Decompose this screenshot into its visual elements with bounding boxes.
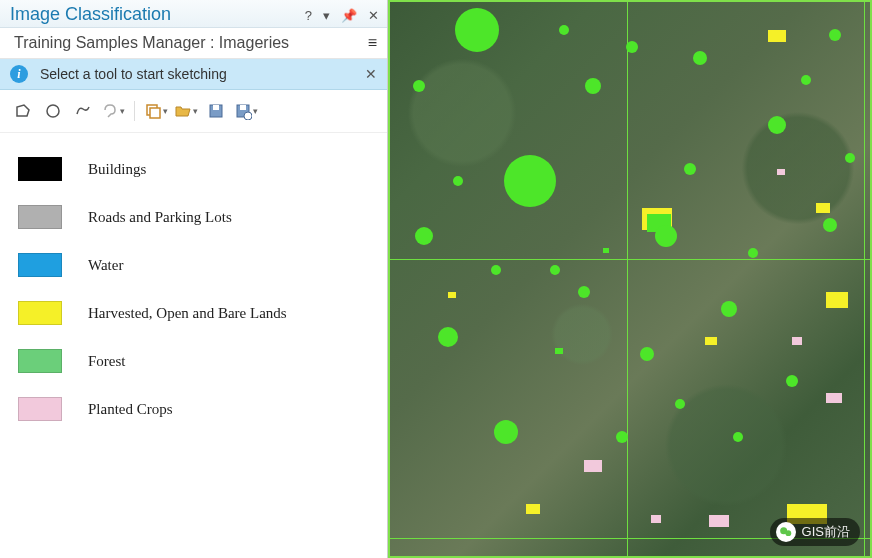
sketch-toolbar: ▾ ▾ ▾ ▾ [0,90,387,133]
sample-point [626,41,638,53]
sample-point [415,227,433,245]
svg-point-1 [47,105,59,117]
wechat-icon [776,522,796,542]
legend-row[interactable]: Roads and Parking Lots [18,193,369,241]
legend-label: Roads and Parking Lots [88,209,232,226]
sample-point [823,218,837,232]
legend-row[interactable]: Buildings [18,145,369,193]
freehand-tool-icon[interactable] [70,98,96,124]
legend-swatch [18,397,62,421]
sample-point [453,176,463,186]
sample-point [578,286,590,298]
legend-label: Buildings [88,161,146,178]
sample-point [693,51,707,65]
subheader-title: Training Samples Manager : Imageries [14,34,289,52]
sample-point [494,420,518,444]
sample-point [748,248,758,258]
circle-tool-icon[interactable] [40,98,66,124]
save-tool-icon[interactable] [203,98,229,124]
sample-point [438,327,458,347]
layers-tool-icon[interactable]: ▾ [143,98,169,124]
map-patch [816,203,830,213]
map-patch [826,393,842,403]
toolbar-separator [134,101,135,121]
legend-label: Water [88,257,123,274]
map-patch [705,337,717,345]
help-icon[interactable]: ? [305,8,312,23]
info-message: Select a tool to start sketching [40,66,227,82]
sample-point [801,75,811,85]
sample-point [675,399,685,409]
map-patch [555,348,563,354]
sample-point [559,25,569,35]
map-patch [651,515,661,523]
map-patch [448,292,456,298]
sample-point [504,155,556,207]
legend-row[interactable]: Planted Crops [18,385,369,433]
svg-point-10 [785,530,791,536]
panel-title-bar: Image Classification ? ▾ 📌 ✕ [0,0,387,28]
sample-point [733,432,743,442]
legend-swatch [18,253,62,277]
grid-line [864,2,865,556]
legend-label: Harvested, Open and Bare Lands [88,305,287,322]
grid-line [627,2,628,556]
svg-rect-7 [240,105,246,110]
legend-label: Planted Crops [88,401,173,418]
pin-icon[interactable]: 📌 [341,8,357,23]
sample-point [413,80,425,92]
image-classification-panel: Image Classification ? ▾ 📌 ✕ Training Sa… [0,0,388,558]
panel-title: Image Classification [10,4,171,25]
map-patch [777,169,785,175]
sample-point [491,265,501,275]
class-legend: BuildingsRoads and Parking LotsWaterHarv… [0,133,387,433]
sample-point [845,153,855,163]
open-tool-icon[interactable]: ▾ [173,98,199,124]
legend-swatch [18,301,62,325]
legend-row[interactable]: Harvested, Open and Bare Lands [18,289,369,337]
subheader: Training Samples Manager : Imageries ≡ [0,28,387,59]
sample-point [786,375,798,387]
sample-point [585,78,601,94]
grid-line [390,259,870,260]
map-view[interactable] [388,0,872,558]
sample-point [829,29,841,41]
svg-rect-5 [213,105,219,110]
legend-label: Forest [88,353,126,370]
map-patch [603,248,609,253]
close-icon[interactable]: ✕ [368,8,379,23]
lasso-tool-icon[interactable]: ▾ [100,98,126,124]
map-patch [526,504,540,514]
map-patch [768,30,786,42]
legend-swatch [18,349,62,373]
legend-swatch [18,205,62,229]
map-patch [826,292,848,308]
info-icon: i [10,65,28,83]
save-as-tool-icon[interactable]: ▾ [233,98,259,124]
map-patch [709,515,729,527]
sample-point [640,347,654,361]
polygon-tool-icon[interactable] [10,98,36,124]
sample-point [455,8,499,52]
svg-rect-3 [150,108,160,118]
dropdown-icon[interactable]: ▾ [323,8,330,23]
sample-point [550,265,560,275]
watermark: GIS前沿 [770,518,860,546]
legend-row[interactable]: Forest [18,337,369,385]
svg-marker-0 [17,105,29,116]
sample-point [768,116,786,134]
svg-point-8 [244,112,252,120]
info-bar: i Select a tool to start sketching ✕ [0,59,387,90]
legend-row[interactable]: Water [18,241,369,289]
info-close-icon[interactable]: ✕ [365,66,377,82]
legend-swatch [18,157,62,181]
map-patch [792,337,802,345]
watermark-text: GIS前沿 [802,523,850,541]
map-patch [584,460,602,472]
sample-point [655,225,677,247]
sample-point [721,301,737,317]
options-icon[interactable]: ≡ [368,34,377,52]
sample-point [684,163,696,175]
